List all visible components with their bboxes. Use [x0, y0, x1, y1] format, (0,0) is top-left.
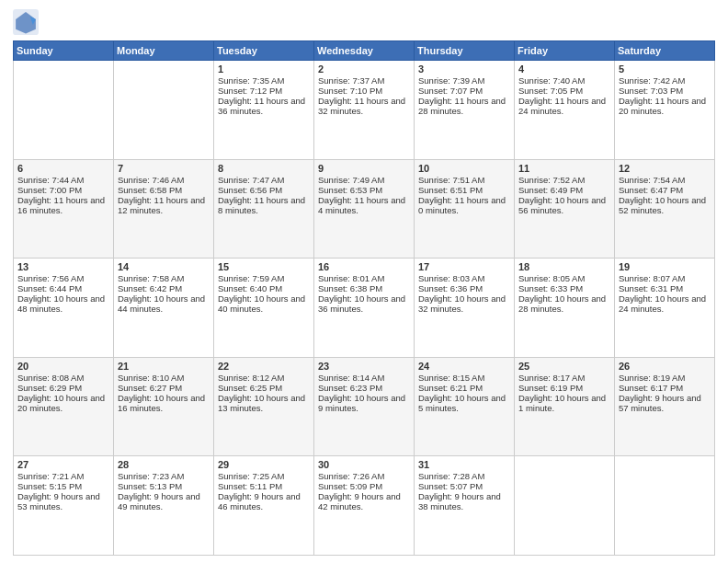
calendar-cell: 7Sunrise: 7:46 AMSunset: 6:58 PMDaylight… — [114, 159, 214, 259]
daylight-text: Daylight: 10 hours and 56 minutes. — [518, 195, 610, 215]
calendar-cell: 2Sunrise: 7:37 AMSunset: 7:10 PMDaylight… — [314, 61, 415, 160]
daylight-text: Daylight: 10 hours and 44 minutes. — [118, 293, 210, 314]
daylight-text: Daylight: 9 hours and 42 minutes. — [318, 491, 410, 511]
day-number: 2 — [318, 63, 410, 75]
day-number: 8 — [218, 163, 310, 174]
sunrise-text: Sunrise: 7:44 AM — [17, 175, 109, 185]
daylight-text: Daylight: 10 hours and 20 minutes. — [17, 393, 109, 413]
sunset-text: Sunset: 6:17 PM — [619, 383, 711, 393]
day-number: 21 — [118, 361, 210, 372]
daylight-text: Daylight: 11 hours and 0 minutes. — [418, 195, 510, 215]
day-number: 24 — [418, 361, 510, 372]
sunrise-text: Sunrise: 7:35 AM — [218, 75, 310, 86]
day-number: 1 — [218, 63, 310, 75]
sunset-text: Sunset: 6:51 PM — [418, 185, 510, 195]
sunrise-text: Sunrise: 7:26 AM — [318, 471, 410, 481]
page: SundayMondayTuesdayWednesdayThursdayFrid… — [0, 0, 728, 563]
sunset-text: Sunset: 7:12 PM — [218, 86, 310, 96]
sunrise-text: Sunrise: 7:28 AM — [418, 471, 510, 481]
calendar-week-row: 27Sunrise: 7:21 AMSunset: 5:15 PMDayligh… — [14, 456, 715, 556]
sunset-text: Sunset: 5:09 PM — [318, 481, 410, 491]
sunset-text: Sunset: 6:21 PM — [418, 383, 510, 393]
calendar-cell — [14, 61, 114, 160]
day-number: 28 — [118, 459, 210, 470]
sunrise-text: Sunrise: 7:23 AM — [118, 471, 210, 481]
calendar-cell: 15Sunrise: 7:59 AMSunset: 6:40 PMDayligh… — [214, 259, 314, 358]
daylight-text: Daylight: 11 hours and 36 minutes. — [218, 96, 310, 116]
daylight-text: Daylight: 9 hours and 53 minutes. — [17, 491, 109, 511]
daylight-text: Daylight: 11 hours and 28 minutes. — [418, 96, 510, 116]
sunset-text: Sunset: 7:10 PM — [318, 86, 410, 96]
day-of-week-header: Wednesday — [314, 41, 415, 61]
calendar-cell: 25Sunrise: 8:17 AMSunset: 6:19 PMDayligh… — [515, 357, 615, 456]
calendar-week-row: 13Sunrise: 7:56 AMSunset: 6:44 PMDayligh… — [14, 259, 715, 358]
daylight-text: Daylight: 9 hours and 57 minutes. — [619, 393, 711, 413]
daylight-text: Daylight: 10 hours and 9 minutes. — [318, 393, 410, 413]
day-number: 16 — [318, 261, 410, 272]
calendar-cell: 23Sunrise: 8:14 AMSunset: 6:23 PMDayligh… — [314, 357, 415, 456]
sunrise-text: Sunrise: 7:47 AM — [218, 175, 310, 185]
sunrise-text: Sunrise: 8:14 AM — [318, 373, 410, 383]
sunset-text: Sunset: 6:25 PM — [218, 383, 310, 393]
calendar-cell — [114, 61, 214, 160]
sunrise-text: Sunrise: 7:51 AM — [418, 175, 510, 185]
daylight-text: Daylight: 9 hours and 49 minutes. — [118, 491, 210, 511]
daylight-text: Daylight: 10 hours and 13 minutes. — [218, 393, 310, 413]
daylight-text: Daylight: 11 hours and 8 minutes. — [218, 195, 310, 215]
daylight-text: Daylight: 10 hours and 36 minutes. — [318, 293, 410, 314]
sunset-text: Sunset: 6:31 PM — [619, 283, 711, 293]
calendar-cell: 16Sunrise: 8:01 AMSunset: 6:38 PMDayligh… — [314, 259, 415, 358]
sunrise-text: Sunrise: 7:21 AM — [17, 471, 109, 481]
daylight-text: Daylight: 9 hours and 46 minutes. — [218, 491, 310, 511]
day-number: 13 — [17, 261, 109, 272]
daylight-text: Daylight: 11 hours and 20 minutes. — [619, 96, 711, 116]
daylight-text: Daylight: 10 hours and 5 minutes. — [418, 393, 510, 413]
day-number: 15 — [218, 261, 310, 272]
day-number: 30 — [318, 459, 410, 470]
sunrise-text: Sunrise: 8:01 AM — [318, 273, 410, 283]
sunset-text: Sunset: 6:23 PM — [318, 383, 410, 393]
calendar-cell: 5Sunrise: 7:42 AMSunset: 7:03 PMDaylight… — [615, 61, 715, 160]
day-number: 23 — [318, 361, 410, 372]
sunrise-text: Sunrise: 8:19 AM — [619, 373, 711, 383]
sunrise-text: Sunrise: 7:40 AM — [518, 75, 610, 86]
calendar-cell — [615, 456, 715, 556]
sunset-text: Sunset: 6:36 PM — [418, 283, 510, 293]
sunset-text: Sunset: 5:15 PM — [17, 481, 109, 491]
day-of-week-header: Thursday — [415, 41, 515, 61]
sunrise-text: Sunrise: 8:08 AM — [17, 373, 109, 383]
sunrise-text: Sunrise: 7:58 AM — [118, 273, 210, 283]
sunset-text: Sunset: 7:05 PM — [518, 86, 610, 96]
sunrise-text: Sunrise: 8:05 AM — [518, 273, 610, 283]
calendar-cell: 28Sunrise: 7:23 AMSunset: 5:13 PMDayligh… — [114, 456, 214, 556]
daylight-text: Daylight: 11 hours and 12 minutes. — [118, 195, 210, 215]
sunrise-text: Sunrise: 8:17 AM — [518, 373, 610, 383]
daylight-text: Daylight: 11 hours and 4 minutes. — [318, 195, 410, 215]
sunset-text: Sunset: 6:49 PM — [518, 185, 610, 195]
day-number: 31 — [418, 459, 510, 470]
sunrise-text: Sunrise: 8:07 AM — [619, 273, 711, 283]
sunset-text: Sunset: 6:40 PM — [218, 283, 310, 293]
sunset-text: Sunset: 6:33 PM — [518, 283, 610, 293]
sunrise-text: Sunrise: 7:37 AM — [318, 75, 410, 86]
daylight-text: Daylight: 11 hours and 16 minutes. — [17, 195, 109, 215]
calendar-week-row: 20Sunrise: 8:08 AMSunset: 6:29 PMDayligh… — [14, 357, 715, 456]
calendar-week-row: 6Sunrise: 7:44 AMSunset: 7:00 PMDaylight… — [14, 159, 715, 259]
sunset-text: Sunset: 7:07 PM — [418, 86, 510, 96]
sunset-text: Sunset: 6:47 PM — [619, 185, 711, 195]
sunset-text: Sunset: 6:42 PM — [118, 283, 210, 293]
sunset-text: Sunset: 6:58 PM — [118, 185, 210, 195]
daylight-text: Daylight: 10 hours and 16 minutes. — [118, 393, 210, 413]
calendar-header-row: SundayMondayTuesdayWednesdayThursdayFrid… — [14, 41, 715, 61]
calendar-cell: 31Sunrise: 7:28 AMSunset: 5:07 PMDayligh… — [415, 456, 515, 556]
calendar-cell: 13Sunrise: 7:56 AMSunset: 6:44 PMDayligh… — [14, 259, 114, 358]
sunset-text: Sunset: 7:03 PM — [619, 86, 711, 96]
day-number: 22 — [218, 361, 310, 372]
sunrise-text: Sunrise: 7:46 AM — [118, 175, 210, 185]
calendar-cell: 11Sunrise: 7:52 AMSunset: 6:49 PMDayligh… — [515, 159, 615, 259]
sunrise-text: Sunrise: 7:59 AM — [218, 273, 310, 283]
logo — [13, 9, 42, 35]
sunset-text: Sunset: 5:13 PM — [118, 481, 210, 491]
calendar-cell: 18Sunrise: 8:05 AMSunset: 6:33 PMDayligh… — [515, 259, 615, 358]
calendar-cell: 21Sunrise: 8:10 AMSunset: 6:27 PMDayligh… — [114, 357, 214, 456]
